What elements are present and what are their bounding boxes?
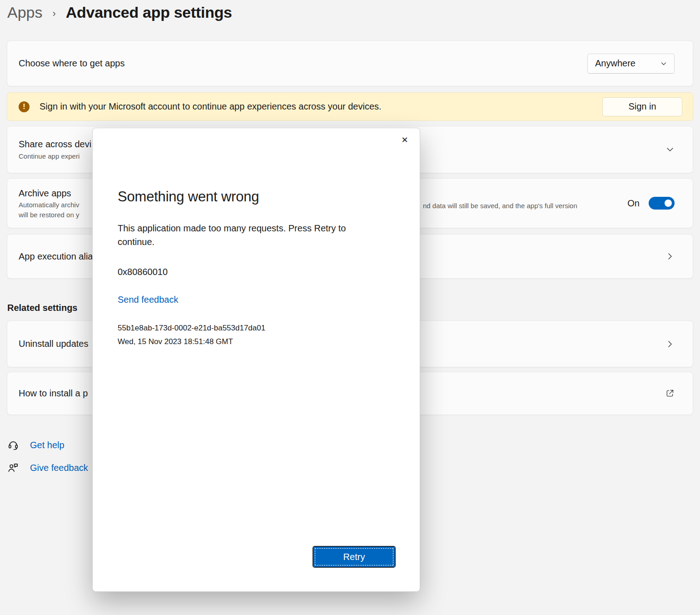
retry-button[interactable]: Retry xyxy=(313,547,395,567)
error-dialog: ✕ Something went wrong This application … xyxy=(92,128,420,592)
archive-apps-label: Archive apps xyxy=(19,188,79,199)
settings-page: Apps › Advanced app settings Choose wher… xyxy=(0,0,700,615)
chevron-down-icon[interactable] xyxy=(665,145,675,154)
feedback-person-icon xyxy=(7,462,19,474)
apps-source-dropdown-value: Anywhere xyxy=(595,58,635,69)
archive-toggle-state-label: On xyxy=(627,198,640,209)
external-link-icon[interactable] xyxy=(665,389,675,398)
chevron-right-icon[interactable] xyxy=(665,340,675,349)
error-timestamp: Wed, 15 Nov 2023 18:51:48 GMT xyxy=(118,335,395,349)
warning-icon: ! xyxy=(19,101,30,112)
share-across-devices-subtitle: Continue app experi xyxy=(19,152,91,160)
breadcrumb-apps[interactable]: Apps xyxy=(7,4,43,21)
choose-apps-label: Choose where to get apps xyxy=(19,58,125,69)
breadcrumb-chevron-icon: › xyxy=(53,8,56,20)
headset-icon xyxy=(7,439,19,451)
send-feedback-link[interactable]: Send feedback xyxy=(118,295,178,305)
signin-banner-text: Sign in with your Microsoft account to c… xyxy=(40,101,382,112)
chevron-down-icon xyxy=(660,60,667,67)
dialog-message: This application made too many requests.… xyxy=(118,221,370,249)
breadcrumb: Apps › Advanced app settings xyxy=(7,4,232,21)
app-execution-aliases-label: App execution alia xyxy=(19,251,93,262)
archive-apps-subtitle-fragment: nd data will still be saved, and the app… xyxy=(423,202,577,210)
dialog-title: Something went wrong xyxy=(118,189,395,205)
signin-banner: ! Sign in with your Microsoft account to… xyxy=(7,92,693,121)
apps-source-dropdown[interactable]: Anywhere xyxy=(587,54,675,74)
sign-in-button[interactable]: Sign in xyxy=(602,97,682,116)
correlation-id: 55b1e8ab-173d-0002-e21d-ba553d17da01 xyxy=(118,321,395,335)
get-help-label: Get help xyxy=(30,440,65,450)
share-across-devices-label: Share across devi xyxy=(19,139,91,150)
chevron-right-icon[interactable] xyxy=(665,252,675,261)
how-to-install-label: How to install a p xyxy=(19,388,88,399)
give-feedback-link[interactable]: Give feedback xyxy=(7,462,88,474)
page-title: Advanced app settings xyxy=(66,4,232,21)
archive-apps-toggle[interactable] xyxy=(649,197,675,210)
error-code: 0x80860010 xyxy=(118,267,395,277)
uninstall-updates-label: Uninstall updates xyxy=(19,339,88,349)
get-help-link[interactable]: Get help xyxy=(7,439,65,451)
close-icon[interactable]: ✕ xyxy=(395,132,414,148)
choose-apps-card: Choose where to get apps Anywhere xyxy=(7,40,693,86)
archive-apps-subtitle-line2: will be restored on y xyxy=(19,211,79,219)
archive-apps-subtitle-line1: Automatically archiv xyxy=(19,201,79,209)
related-settings-heading: Related settings xyxy=(7,303,77,313)
give-feedback-label: Give feedback xyxy=(30,463,88,473)
